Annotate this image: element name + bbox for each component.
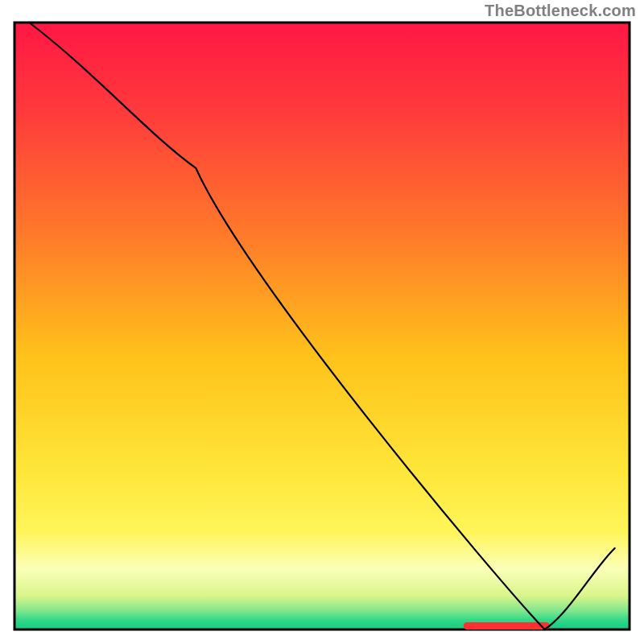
chart-container: { "attribution": "TheBottleneck.com", "c…: [0, 0, 644, 644]
bottleneck-chart: [0, 0, 644, 644]
optimal-marker: [464, 622, 550, 630]
plot-background: [14, 23, 630, 630]
